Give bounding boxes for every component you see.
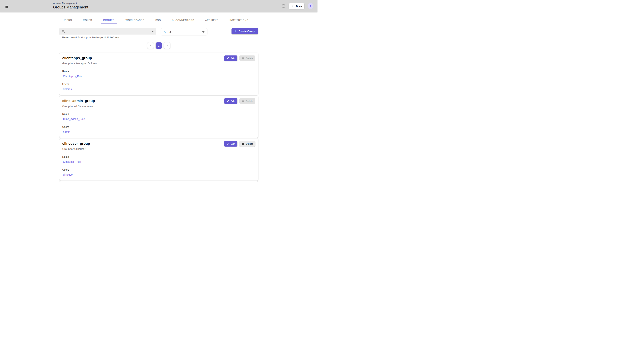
users-label: Users: [62, 83, 255, 86]
search-icon: [62, 30, 65, 33]
create-group-button[interactable]: + Create Group: [232, 28, 258, 34]
role-link[interactable]: Clientapps_Role: [63, 75, 83, 78]
pencil-icon: [226, 57, 229, 60]
tab-app-keys[interactable]: APP KEYS: [203, 17, 221, 24]
current-page-number: 1: [158, 44, 160, 47]
group-description: Group for all Clinc admins: [62, 105, 255, 108]
open-docs-icon: [291, 4, 294, 8]
trash-icon: [242, 57, 244, 60]
roles-section: RolesClinc_Admin_Role: [62, 112, 255, 120]
users-label: Users: [62, 168, 255, 171]
apps-grid-dots: [5, 4, 8, 8]
delete-button[interactable]: Delete: [239, 141, 255, 146]
group-description: Group for clientapps. Dolores: [62, 62, 255, 65]
main-content: USERS ROLES GROUPS WORKSPACES SSO AI CON…: [59, 17, 258, 182]
roles-section: RolesClincuser_Role: [62, 155, 255, 163]
search-helper-text: Plaintext search for Groups or filter by…: [62, 36, 156, 39]
role-link[interactable]: Clinc_Admin_Role: [63, 118, 85, 120]
delete-button: Delete: [239, 98, 255, 104]
roles-label: Roles: [62, 70, 255, 73]
edit-button[interactable]: Edit: [224, 56, 237, 61]
users-section: Usersclincuser: [62, 168, 255, 176]
tab-users[interactable]: USERS: [61, 17, 75, 24]
card-actions: Edit Delete: [224, 56, 255, 61]
chevron-left-icon: [149, 44, 152, 47]
users-section: Usersdolores: [62, 83, 255, 90]
group-card: monitor_group Edit Delete: [59, 181, 258, 182]
edit-button[interactable]: Edit: [224, 141, 237, 146]
group-card: clinc_admin_group Group for all Clinc ad…: [59, 96, 258, 138]
roles-label: Roles: [62, 112, 255, 116]
search-caret-down-icon[interactable]: [152, 31, 154, 32]
group-card-list: clientapps_group Group for clientapps. D…: [59, 53, 258, 182]
search-input[interactable]: [67, 28, 150, 35]
trash-icon: [242, 100, 244, 102]
pagination-prev-button[interactable]: [147, 42, 154, 49]
pencil-icon: [226, 142, 229, 145]
create-group-label: Create Group: [239, 30, 255, 33]
user-avatar[interactable]: A: [308, 3, 313, 9]
role-link[interactable]: Clincuser_Role: [63, 160, 81, 163]
pagination-page-1-button[interactable]: 1: [156, 42, 162, 49]
card-actions: Edit Delete: [224, 98, 255, 104]
tab-institutions[interactable]: INSTITUTIONS: [227, 17, 251, 24]
trash-icon: [242, 142, 244, 145]
tab-ai-connectors[interactable]: AI CONNECTORS: [170, 17, 197, 24]
avatar-initial: A: [310, 4, 312, 8]
group-description: Group for Clincuser: [62, 148, 255, 150]
edit-button[interactable]: Edit: [224, 98, 237, 104]
plus-icon: +: [235, 29, 237, 33]
group-card: clincuser_group Group for Clincuser Role…: [59, 138, 258, 180]
tab-roles[interactable]: ROLES: [81, 17, 95, 24]
header-right-cluster: Docs A: [282, 0, 313, 12]
tab-sso[interactable]: SSO: [153, 17, 163, 24]
page-title: Groups Management: [53, 5, 88, 9]
pagination-next-button[interactable]: [164, 42, 170, 49]
user-link[interactable]: clincuser: [63, 173, 74, 176]
pencil-icon: [226, 100, 229, 102]
hourglass-icon: [282, 4, 286, 8]
card-actions: Edit Delete: [224, 141, 255, 146]
user-link[interactable]: dolores: [63, 88, 72, 90]
sort-select[interactable]: A → Z: [161, 28, 207, 36]
chevron-right-icon: [166, 44, 169, 47]
search-block: Plaintext search for Groups or filter by…: [59, 28, 156, 39]
app-section-label: Access Management: [53, 2, 88, 4]
pagination: 1: [59, 42, 258, 49]
toolbar: Plaintext search for Groups or filter by…: [59, 28, 258, 39]
docs-button[interactable]: Docs: [289, 3, 304, 9]
docs-button-label: Docs: [296, 5, 302, 8]
tab-workspaces[interactable]: WORKSPACES: [123, 17, 147, 24]
sort-caret-down-icon: [202, 32, 205, 33]
users-label: Users: [62, 126, 255, 128]
user-link[interactable]: admin: [63, 130, 70, 133]
search-field[interactable]: [59, 28, 156, 35]
users-section: Usersadmin: [62, 126, 255, 133]
app-header: Access Management Groups Management Docs…: [0, 0, 318, 12]
header-titles: Access Management Groups Management: [53, 2, 88, 9]
apps-grid-icon[interactable]: [4, 4, 9, 9]
roles-label: Roles: [62, 155, 255, 158]
delete-button: Delete: [239, 56, 255, 61]
sort-select-value: A → Z: [164, 30, 171, 33]
tab-bar: USERS ROLES GROUPS WORKSPACES SSO AI CON…: [59, 17, 258, 24]
roles-section: RolesClientapps_Role: [62, 70, 255, 78]
group-card: clientapps_group Group for clientapps. D…: [59, 53, 258, 95]
tab-groups[interactable]: GROUPS: [101, 17, 117, 24]
